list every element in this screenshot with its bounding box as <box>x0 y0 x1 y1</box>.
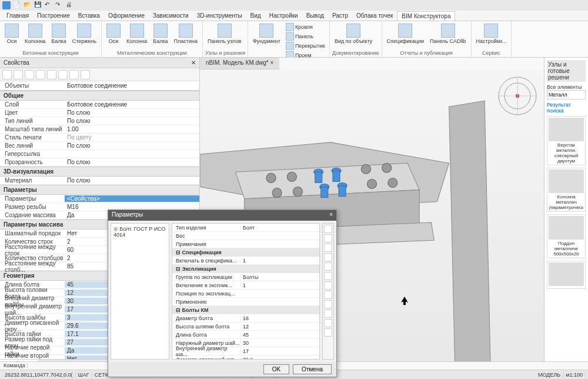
prop-value[interactable]: По цвету <box>65 134 199 141</box>
prop-row[interactable]: Масштаб типа линий1.00 <box>0 125 199 134</box>
sidebar-tool[interactable] <box>324 281 332 290</box>
dialog-prop-row[interactable]: Примечания <box>172 240 319 248</box>
ribbon-Стержень[interactable]: Стержень <box>70 22 99 45</box>
toolbar-btn[interactable] <box>2 70 12 79</box>
prop-value[interactable]: По слою <box>65 118 199 124</box>
menu-Вставка[interactable]: Вставка <box>74 11 104 20</box>
sidebar-tool[interactable] <box>324 300 332 308</box>
dialog-prop-row[interactable]: Тип изделияБолт <box>172 224 319 232</box>
ribbon-Балка[interactable]: Балка <box>49 22 68 45</box>
catalog-item[interactable]: Верстак металли-слесарный двухтум <box>547 116 586 165</box>
prop-value[interactable]: По слою <box>65 109 199 116</box>
sidebar-tool[interactable] <box>324 234 332 242</box>
prop-row[interactable]: Гиперссылка <box>0 150 199 158</box>
sidebar-tool[interactable] <box>324 272 332 280</box>
menu-Вывод[interactable]: Вывод <box>302 11 328 20</box>
menu-Зависимости[interactable]: Зависимости <box>149 11 193 20</box>
catalog-item[interactable] <box>547 261 586 289</box>
sidebar-tool[interactable] <box>324 262 332 271</box>
sidebar-tool[interactable] <box>324 253 332 261</box>
catalog-item[interactable]: Колонна металлич (параметрическ <box>547 168 586 212</box>
navigation-cube[interactable] <box>497 75 538 117</box>
ribbon-Перекрытие[interactable]: Перекрытие <box>284 41 327 51</box>
dialog-section[interactable]: ⊟ Болты КМ <box>172 306 319 314</box>
prop-value[interactable]: Болтовое соединение <box>65 101 199 108</box>
prop-row[interactable]: Тип линийПо слою <box>0 117 199 125</box>
menu-Построение[interactable]: Построение <box>33 11 74 20</box>
search-input[interactable] <box>547 90 586 99</box>
prop-row[interactable]: ЦветПо слою <box>0 109 199 117</box>
menu-Вид[interactable]: Вид <box>246 11 265 20</box>
dialog-prop-row[interactable]: Внутренний диаметр ша...17 <box>172 347 319 355</box>
ribbon-Панель[interactable]: Панель <box>284 32 327 41</box>
toolbar-btn[interactable] <box>25 70 34 79</box>
dialog-prop-row[interactable]: Включение в эксплик...1 <box>172 281 319 290</box>
redo-icon[interactable]: ↷ <box>55 1 64 9</box>
dialog-prop-row[interactable]: Высота шляпки болта12 <box>172 323 319 331</box>
cancel-button[interactable]: Отмена <box>293 364 332 374</box>
prop-row[interactable]: Стиль печатиПо цвету <box>0 134 199 142</box>
ribbon-Панель CADlib[interactable]: Панель CADlib <box>427 22 469 45</box>
ribbon-Вид по объекту[interactable]: Вид по объекту <box>332 22 375 45</box>
toolbar-btn[interactable] <box>69 70 79 79</box>
dialog-prop-row[interactable]: Вес <box>172 232 319 240</box>
toolbar-btn[interactable] <box>58 70 68 79</box>
ribbon-Балка[interactable]: Балка <box>151 22 170 45</box>
save-icon[interactable]: 💾 <box>34 1 42 9</box>
prop-section[interactable]: Общие <box>0 91 199 101</box>
status-toggle-ШАГ[interactable]: ШАГ <box>76 372 92 378</box>
dialog-prop-row[interactable]: Диаметр болта16 <box>172 314 319 323</box>
sidebar-tool[interactable] <box>324 244 332 252</box>
prop-value[interactable]: По слою <box>65 177 199 184</box>
catalog-item[interactable]: Поддон металличе 500х500х20 <box>547 214 586 258</box>
ribbon-Настройки...[interactable]: Настройки... <box>474 22 509 45</box>
dialog-prop-row[interactable]: Применение <box>172 298 319 306</box>
ribbon-Кровля[interactable]: Кровля <box>284 22 327 32</box>
toolbar-btn[interactable] <box>14 70 23 79</box>
ok-button[interactable]: OK <box>263 364 289 374</box>
dialog-prop-row[interactable]: Позиция по экспликац... <box>172 290 319 298</box>
prop-value[interactable]: 1.00 <box>65 126 199 132</box>
ribbon-Колонна[interactable]: Колонна <box>124 22 149 45</box>
toolbar-btn[interactable] <box>81 70 90 79</box>
prop-value[interactable]: По слою <box>65 142 199 149</box>
prop-row[interactable]: ПрозрачностьПо слою <box>0 158 199 167</box>
print-icon[interactable]: 🖨 <box>66 1 74 9</box>
toolbar-btn[interactable] <box>36 70 45 79</box>
ribbon-Оси[interactable]: Оси <box>104 22 123 45</box>
prop-row[interactable]: Параметры<Свойства> <box>0 195 199 203</box>
dialog-close-icon[interactable]: × <box>329 211 333 220</box>
sidebar-tool[interactable] <box>324 310 332 318</box>
sidebar-tool[interactable] <box>324 328 332 337</box>
sidebar-tool[interactable] <box>324 225 332 233</box>
ribbon-Оси[interactable]: Оси <box>2 22 21 45</box>
open-icon[interactable]: 📂 <box>24 1 32 9</box>
ribbon-Спецификации[interactable]: Спецификации <box>385 22 426 45</box>
new-icon[interactable]: 📄 <box>13 1 21 9</box>
document-tab[interactable]: nBIM. Модель КМ.dwg* × <box>200 58 279 69</box>
status-scale[interactable]: м1:100 <box>563 372 586 378</box>
toolbar-btn[interactable] <box>47 70 56 79</box>
dialog-prop-row[interactable]: Длина болта45 <box>172 331 319 339</box>
dialog-prop-row[interactable]: Группа по экспликацииБолты <box>172 273 319 281</box>
close-tab-icon[interactable]: × <box>270 59 274 66</box>
menu-3D-инструменты[interactable]: 3D-инструменты <box>193 11 246 20</box>
sidebar-tool[interactable] <box>324 291 332 299</box>
dialog-prop-row[interactable]: Диаметр описанной окр...29.6 <box>172 355 319 360</box>
menu-BIM Конструктора[interactable]: BIM Конструктора <box>397 11 455 21</box>
menu-Главная[interactable]: Главная <box>2 11 33 20</box>
dialog-prop-row[interactable]: Включать в специфика...1 <box>172 257 319 265</box>
tree-item[interactable]: Болт. ГОСТ Р ИСО 4014 <box>113 226 165 238</box>
undo-icon[interactable]: ↶ <box>45 1 53 9</box>
prop-value[interactable]: <Свойства> <box>65 195 199 202</box>
menu-Оформление[interactable]: Оформление <box>104 11 149 20</box>
prop-row[interactable]: МатериалПо слою <box>0 177 199 185</box>
ribbon-Колонна[interactable]: Колонна <box>22 22 48 45</box>
menu-Растр[interactable]: Растр <box>328 11 352 20</box>
ribbon-Панель узлов[interactable]: Панель узлов <box>205 22 243 45</box>
sidebar-tool[interactable] <box>324 319 332 327</box>
dialog-section[interactable]: ⊟ Экспликация <box>172 265 319 273</box>
prop-section[interactable]: 3D-визуализация <box>0 167 199 177</box>
dialog-titlebar[interactable]: Параметры × <box>108 210 336 221</box>
all-elements-label[interactable]: Все элементы <box>547 84 586 90</box>
